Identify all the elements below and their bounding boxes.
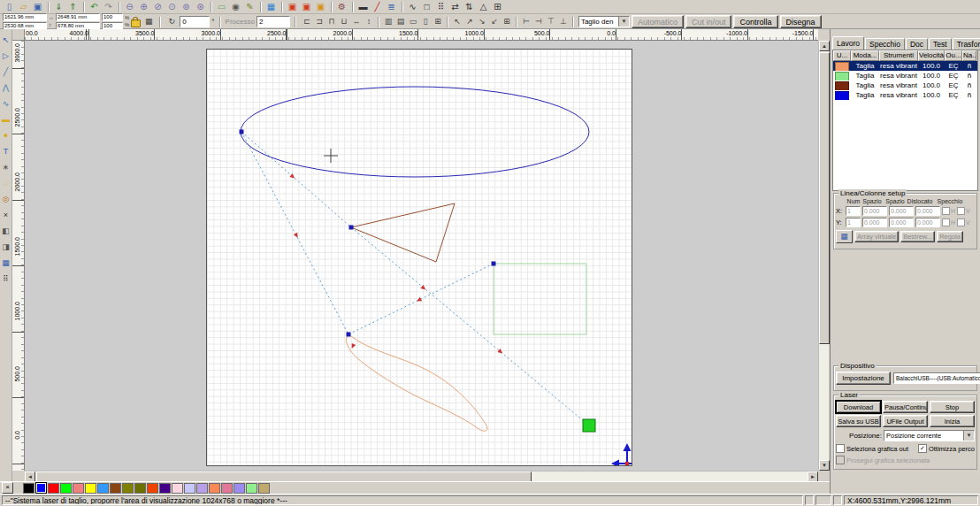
anchor-point-icon[interactable]: ▦	[142, 16, 155, 27]
salva-su-usb-button[interactable]: Salva su USB	[836, 415, 881, 427]
zoom-out-icon[interactable]: ⊖	[123, 1, 136, 12]
ufile-output-button[interactable]: UFile Output	[883, 415, 928, 427]
cut-mode-dropdown[interactable]: Taglio den ▼	[578, 16, 630, 27]
rect-check-icon[interactable]: □	[420, 1, 433, 12]
array-field[interactable]: 0.000	[889, 206, 914, 216]
zoom-in-icon[interactable]: ⊕	[137, 1, 150, 12]
vertical-scrollbar[interactable]: ▲ ▼	[818, 41, 829, 471]
array-tool-icon[interactable]: ⠿	[0, 271, 11, 287]
tab-test[interactable]: Test	[929, 38, 952, 50]
delete-tool-icon[interactable]: ×	[0, 207, 11, 223]
tab-trasforma[interactable]: Trasforma	[953, 38, 980, 50]
path-start-nodes[interactable]	[240, 130, 496, 337]
export-icon[interactable]: ⇑	[66, 1, 80, 12]
ottimizza-percorso-checkbox[interactable]: ✓	[918, 444, 927, 453]
text-tool-icon[interactable]: T	[0, 143, 11, 159]
simulate-fast-icon[interactable]: ▣	[300, 1, 313, 12]
node-edit-tool-icon[interactable]: ▷	[0, 48, 11, 64]
palette-color-5[interactable]	[85, 483, 96, 494]
chevron-down-icon[interactable]: ▼	[618, 17, 629, 27]
palette-color-17[interactable]	[234, 483, 245, 494]
distribute-v-icon[interactable]: ↕	[363, 16, 375, 27]
device-dropdown[interactable]: BalacchiUSB----(USB:Automatico ▼	[893, 372, 980, 384]
measure-icon[interactable]: ≣	[385, 1, 398, 12]
align-bottom-icon[interactable]: ⊔	[338, 16, 350, 27]
zoom-prev-icon[interactable]: ⊘	[151, 1, 165, 12]
array-field[interactable]: 1	[846, 206, 861, 216]
star-tool-icon[interactable]: ∗	[0, 159, 11, 175]
array-field[interactable]: 0.000	[862, 206, 887, 216]
palette-color-9[interactable]	[134, 483, 146, 494]
horizontal-scrollbar[interactable]: ◄ ►	[25, 471, 818, 481]
move-top-right-icon[interactable]: ↗	[463, 16, 476, 27]
array-field[interactable]: 0.000	[889, 218, 914, 227]
chevron-down-icon[interactable]: ▼	[963, 431, 974, 441]
vertical-scroll-thumb[interactable]	[819, 52, 830, 344]
weld-icon[interactable]: △	[477, 1, 490, 12]
mirror-h-checkbox[interactable]	[942, 207, 950, 215]
tab-lavoro[interactable]: Lavoro	[832, 36, 864, 50]
palette-color-2[interactable]	[48, 483, 59, 494]
edit-pen-icon[interactable]: ✎	[243, 1, 256, 12]
tab-specchio[interactable]: Specchio	[865, 38, 905, 50]
edge-left-icon[interactable]: ⊢	[520, 16, 532, 27]
polyline-tool-icon[interactable]: ⋀	[0, 80, 11, 96]
zoom-window-icon[interactable]: ⊙	[165, 1, 179, 12]
center-h-icon[interactable]: ▥	[382, 16, 394, 27]
layer-row[interactable]: Tagliaresa vibrant100.0EÇñ	[833, 61, 977, 71]
inizia-button[interactable]: Inizia	[930, 415, 975, 427]
edge-right-icon[interactable]: ⊣	[532, 16, 545, 27]
position-x-field[interactable]: 1621.96 mm	[3, 13, 47, 21]
v-merge-icon[interactable]: ⇅	[463, 1, 476, 12]
layer-color-cell[interactable]	[833, 90, 851, 100]
simulate-step-icon[interactable]: ▣	[314, 1, 327, 12]
scroll-down-icon[interactable]: ▼	[819, 460, 830, 471]
move-bottom-left-icon[interactable]: ↙	[488, 16, 501, 27]
simulate-icon[interactable]: ▣	[286, 1, 299, 12]
ellipse-shape[interactable]	[241, 87, 589, 177]
save-icon[interactable]: ▣	[31, 1, 44, 12]
layer-column-header[interactable]: Velocità	[918, 50, 945, 61]
edge-bottom-icon[interactable]: ⊥	[557, 16, 570, 27]
palette-color-3[interactable]	[60, 483, 72, 494]
data-table-icon[interactable]: ⊞	[491, 1, 504, 12]
mirror-h-checkbox[interactable]	[942, 218, 950, 226]
flip-v-tool-icon[interactable]: ◨	[0, 239, 11, 255]
triangle-shape[interactable]	[351, 203, 455, 262]
bitmap-tool-icon[interactable]: ◎	[0, 191, 11, 207]
layer-color-cell[interactable]	[833, 80, 851, 90]
settings-gear-icon[interactable]: ⚙	[335, 1, 348, 12]
layer-column-header[interactable]: Strumenti	[879, 50, 918, 61]
show-path-icon[interactable]: ◉	[229, 1, 242, 12]
canvas-workspace[interactable]	[25, 41, 818, 471]
palette-color-6[interactable]	[97, 483, 109, 494]
palette-color-19[interactable]	[258, 483, 270, 494]
palette-color-14[interactable]	[196, 483, 208, 494]
camera-icon[interactable]: ▬	[356, 1, 370, 12]
palette-color-11[interactable]	[159, 483, 171, 494]
align-left-icon[interactable]: ⊏	[301, 16, 313, 27]
scale-x-field[interactable]: 100	[102, 13, 123, 21]
laser-pen-icon[interactable]: ╱	[371, 1, 384, 12]
same-width-icon[interactable]: ▭	[407, 16, 419, 27]
new-file-icon[interactable]: ▯	[3, 1, 16, 12]
move-top-left-icon[interactable]: ↖	[451, 16, 463, 27]
redo-icon[interactable]: ↷	[102, 1, 115, 12]
controlla-button[interactable]: Controlla	[733, 15, 777, 28]
palette-color-13[interactable]	[184, 483, 195, 494]
rotation-field[interactable]: 0	[180, 16, 210, 27]
scroll-up-icon[interactable]: ▲	[819, 41, 830, 51]
layer-column-header[interactable]: Ou...	[945, 50, 962, 61]
tab-doc[interactable]: Doc	[906, 38, 928, 50]
rect-tool-icon[interactable]: ▬	[0, 111, 11, 127]
stop-button[interactable]: Stop	[930, 401, 975, 413]
align-top-icon[interactable]: ⊓	[325, 16, 338, 27]
array-field[interactable]: 0.000	[915, 206, 940, 216]
flip-h-tool-icon[interactable]: ◧	[0, 223, 11, 239]
curve-smooth-icon[interactable]: ∿	[406, 1, 419, 12]
distribute-h-icon[interactable]: ↔	[350, 16, 363, 27]
rotate-icon[interactable]: ↻	[165, 16, 178, 27]
pausa-continua-button[interactable]: Pausa/Continua	[883, 401, 928, 413]
layer-table[interactable]: U...Moda...StrumentiVelocitàOu...Na... T…	[832, 50, 978, 191]
select-tool-icon[interactable]: ↖	[0, 32, 11, 48]
